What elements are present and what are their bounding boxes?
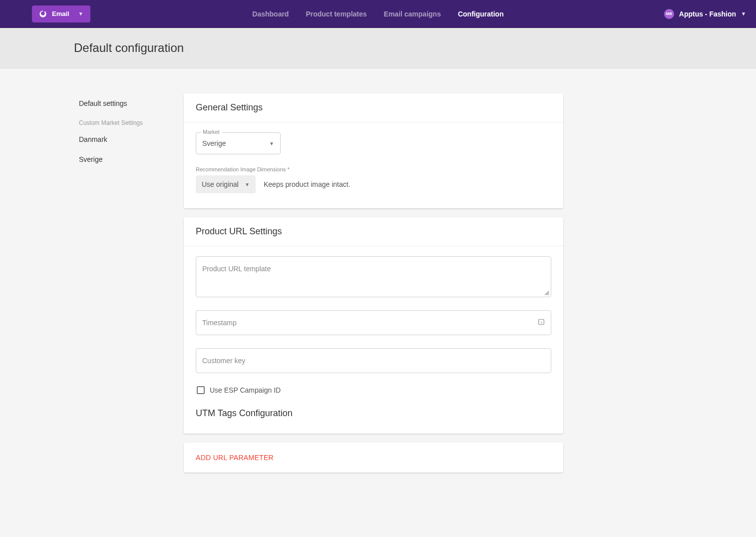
swirl-icon <box>39 10 47 18</box>
chevron-down-icon: ▼ <box>78 11 83 16</box>
avatar: MB <box>664 9 674 19</box>
market-value: Sverige <box>202 139 226 147</box>
nav-product-templates[interactable]: Product templates <box>306 10 367 18</box>
use-esp-label: Use ESP Campaign ID <box>210 386 281 394</box>
customer-key-input[interactable] <box>196 349 551 373</box>
image-dim-label: Recommendation Image Dimensions * <box>196 166 551 172</box>
brand-dropdown-button[interactable]: Email ▼ <box>32 5 90 22</box>
image-dim-value: Use original <box>202 180 239 188</box>
account-name: Apptus - Fashion <box>679 10 736 18</box>
nav-configuration[interactable]: Configuration <box>458 10 504 18</box>
sidebar-default-settings[interactable]: Default settings <box>74 93 179 113</box>
nav-email-campaigns[interactable]: Email campaigns <box>384 10 441 18</box>
utm-title: UTM Tags Configuration <box>196 408 551 419</box>
info-icon <box>538 319 545 327</box>
account-dropdown[interactable]: MB Apptus - Fashion ▼ <box>664 9 746 19</box>
card-title-general: General Settings <box>184 93 563 122</box>
topbar: Email ▼ Dashboard Product templates Emai… <box>0 0 756 28</box>
chevron-down-icon: ▼ <box>741 11 746 16</box>
sidebar-item-danmark[interactable]: Danmark <box>74 129 179 149</box>
top-nav: Dashboard Product templates Email campai… <box>252 10 503 18</box>
customer-key-field[interactable] <box>196 348 551 373</box>
page-header: Default configuration <box>0 28 756 68</box>
card-product-url-settings: Product URL Settings ◢ Use <box>184 217 563 434</box>
nav-dashboard[interactable]: Dashboard <box>252 10 289 18</box>
checkbox-icon <box>197 386 205 394</box>
main: General Settings Market Sverige ▼ Recomm… <box>184 93 563 482</box>
product-url-template-field[interactable]: ◢ <box>196 256 551 297</box>
brand-label: Email <box>52 10 69 17</box>
timestamp-input[interactable] <box>196 311 551 335</box>
market-select[interactable]: Market Sverige ▼ <box>196 132 281 154</box>
sidebar-category-label: Custom Market Settings <box>74 113 179 129</box>
timestamp-field[interactable] <box>196 310 551 335</box>
image-dim-hint: Keeps product image intact. <box>264 180 351 188</box>
chevron-down-icon: ▼ <box>269 141 274 146</box>
card-title-product-url: Product URL Settings <box>184 217 563 246</box>
card-general-settings: General Settings Market Sverige ▼ Recomm… <box>184 93 563 208</box>
sidebar-item-sverige[interactable]: Sverige <box>74 149 179 169</box>
add-url-parameter-button[interactable]: ADD URL PARAMETER <box>196 454 274 462</box>
chevron-down-icon: ▼ <box>245 182 250 187</box>
content: Default settings Custom Market Settings … <box>0 93 756 482</box>
product-url-template-input[interactable] <box>196 257 551 297</box>
sidebar: Default settings Custom Market Settings … <box>74 93 184 482</box>
market-label: Market <box>201 129 222 135</box>
use-esp-checkbox[interactable]: Use ESP Campaign ID <box>197 386 551 394</box>
card-utm-actions: ADD URL PARAMETER <box>184 443 563 473</box>
svg-point-0 <box>44 11 46 12</box>
page-title: Default configuration <box>74 41 756 55</box>
image-dim-select[interactable]: Use original ▼ <box>196 175 256 193</box>
